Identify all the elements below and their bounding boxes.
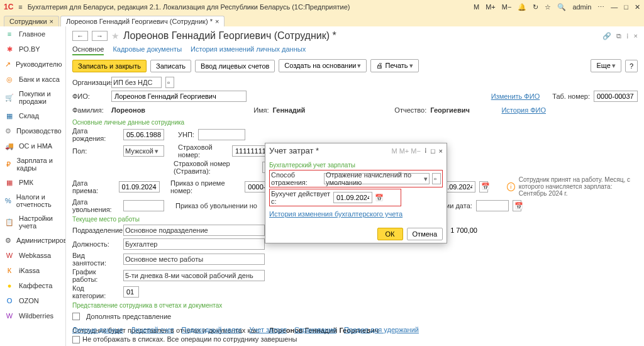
hire-date-input[interactable] [119, 181, 160, 193]
back-button[interactable]: ← [72, 31, 88, 41]
dialog-close-icon[interactable]: × [439, 147, 443, 155]
sex-select[interactable]: Мужской [123, 145, 164, 157]
org-field[interactable]: ИП без НДС [111, 77, 162, 88]
subtab-kadr[interactable]: Кадровые документы [113, 45, 182, 55]
org-open-button[interactable]: ▫ [165, 77, 174, 88]
help-icon[interactable]: ⁞ [626, 32, 629, 40]
dialog-history-link[interactable]: История изменения бухгалтерского учета [269, 210, 402, 218]
cancel-button[interactable]: Отмена [407, 228, 443, 240]
bell-icon[interactable]: 🔔 [518, 3, 526, 11]
sidebar-item-3[interactable]: ◎Банк и касса [0, 72, 65, 87]
save-close-button[interactable]: Записать и закрыть [72, 60, 147, 72]
tab-close-icon[interactable]: × [50, 18, 53, 25]
sidebar-item-0[interactable]: ≡Главное [0, 26, 65, 42]
more-button[interactable]: Еще [591, 59, 621, 72]
print-button[interactable]: 🖨 Печать [370, 59, 418, 72]
close-icon[interactable]: ✕ [635, 3, 640, 11]
calendar-icon[interactable]: 📅 [375, 194, 384, 202]
sidebar-item-2[interactable]: ↗Руководителю [0, 57, 65, 72]
sidebar-label: Производство [16, 127, 62, 135]
bottom-link-1[interactable]: Лицевой счет [131, 326, 174, 333]
schedule-select[interactable]: 5-ти дневка 8-ми часовой рабочий день [123, 270, 265, 281]
subtab-main[interactable]: Основное [72, 45, 104, 55]
bottom-link-4[interactable]: Страхование [294, 326, 336, 333]
salary-value [442, 225, 480, 236]
unp-input[interactable] [198, 129, 245, 140]
fio-input[interactable] [111, 91, 247, 102]
mem-mp[interactable]: M+ [486, 3, 496, 11]
mem-mm[interactable]: M− [502, 3, 512, 11]
sidebar-item-15[interactable]: ●Каффеста [0, 278, 65, 293]
save-button[interactable]: Записать [150, 60, 191, 72]
noshow-checkbox[interactable] [72, 336, 80, 343]
maximize-icon[interactable]: □ [624, 3, 628, 11]
tab-employees[interactable]: Сотрудники× [4, 16, 59, 26]
link-icon[interactable]: 🔗 [602, 32, 611, 40]
sidebar-item-5[interactable]: ▦Склад [0, 108, 65, 123]
dialog-max-icon[interactable]: □ [431, 147, 435, 155]
sidebar-label: РМК [19, 179, 33, 186]
sidebar-label: iKassa [19, 267, 40, 274]
position-label: Должность: [72, 240, 119, 248]
employment-select[interactable]: Основное место работы [123, 254, 265, 265]
menu-icon[interactable]: ≡ [18, 3, 22, 11]
mem-m[interactable]: M [474, 3, 479, 11]
position-select[interactable]: Бухгалтер [123, 238, 265, 250]
close-icon[interactable]: × [634, 32, 638, 40]
favorite-icon[interactable]: ★ [111, 31, 119, 41]
dept-select[interactable]: Основное подразделение [123, 225, 265, 236]
calendar-icon[interactable]: 📅 [513, 200, 521, 211]
subtab-history[interactable]: История изменений личных данных [191, 45, 306, 55]
user-label[interactable]: admin [572, 3, 591, 11]
sidebar-item-16[interactable]: ОOZON [0, 293, 65, 308]
fire-date-input[interactable] [123, 200, 164, 211]
history-icon[interactable]: ↻ [533, 3, 538, 11]
sidebar-item-7[interactable]: 🚚ОС и НМА [0, 138, 65, 153]
sidebar-item-4[interactable]: 🛒Покупки и продажи [0, 87, 65, 108]
settings-icon[interactable]: ⋯ [597, 3, 604, 11]
sidebar-item-9[interactable]: ▦РМК [0, 175, 65, 190]
sidebar-item-6[interactable]: ⚙Производство [0, 123, 65, 138]
star-icon[interactable]: ☆ [545, 3, 551, 11]
change-fio-link[interactable]: Изменить ФИО [491, 92, 540, 100]
sidebar-label: Зарплата и кадры [17, 157, 60, 172]
help-button[interactable]: ? [625, 60, 638, 72]
dialog-menu-icon[interactable]: ⁞ [425, 147, 427, 155]
calendar-icon[interactable]: 📅 [479, 181, 488, 193]
bottom-link-2[interactable]: Подоходный налог [182, 326, 242, 333]
tab-number-input[interactable] [594, 91, 638, 102]
forward-button[interactable]: → [92, 31, 108, 41]
way-select[interactable]: Отражение начислений по умолчанию [324, 173, 430, 184]
sidebar-item-10[interactable]: %Налоги и отчетность [0, 190, 65, 211]
minimize-icon[interactable]: — [611, 3, 618, 11]
ok-button[interactable]: ОК [377, 228, 403, 240]
dept-label: Подразделение: [72, 226, 119, 234]
sidebar-item-8[interactable]: ₽Зарплата и кадры [0, 153, 65, 175]
sidebar-item-14[interactable]: КiKassa [0, 263, 65, 278]
fire-order-date-input[interactable] [476, 200, 509, 211]
dob-input[interactable] [123, 129, 164, 140]
sidebar-item-17[interactable]: WWildberries [0, 308, 65, 323]
add-repr-checkbox[interactable] [72, 313, 80, 320]
search-icon[interactable]: 🔍 [557, 3, 566, 11]
bottom-link-3[interactable]: Учет затрат [250, 326, 287, 333]
history-fio-link[interactable]: История ФИО [501, 106, 546, 114]
detach-icon[interactable]: ⧉ [616, 32, 621, 40]
category-input[interactable] [123, 286, 139, 298]
from-input[interactable] [333, 192, 372, 203]
bottom-link-0[interactable]: Личные данные [72, 326, 123, 333]
create-based-button[interactable]: Создать на основании [279, 59, 367, 72]
sidebar-item-12[interactable]: ⚙Администрирование [0, 233, 65, 248]
sidebar-label: OZON [19, 297, 39, 304]
tab-close-icon[interactable]: × [215, 18, 219, 25]
sidebar-icon: 📋 [5, 218, 14, 226]
way-open-button[interactable]: ▫ [432, 173, 441, 184]
tab-employee-card[interactable]: Лореонов Геннадий Георгиевич (Сотрудник)… [60, 16, 225, 26]
sidebar-item-13[interactable]: WWebkassa [0, 248, 65, 263]
surname-value: Лореонов [111, 106, 145, 114]
accounts-button[interactable]: Ввод лицевых счетов [195, 60, 275, 72]
sidebar-item-1[interactable]: ✱PO.BY [0, 42, 65, 57]
sidebar-icon: О [5, 296, 14, 305]
sidebar-item-11[interactable]: 📋Настройки учета [0, 211, 65, 233]
bottom-link-5[interactable]: Предел для удержаний [344, 326, 419, 333]
